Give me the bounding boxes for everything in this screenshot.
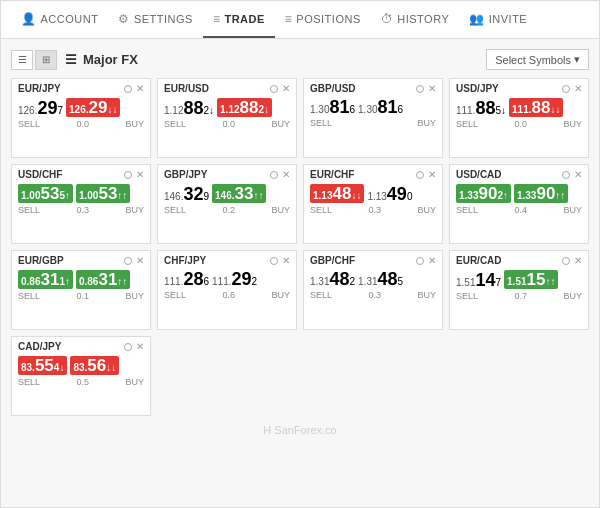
close-icon[interactable]: ✕ [282, 84, 290, 94]
buy-label: BUY [417, 205, 436, 215]
pair-controls: ✕ [416, 84, 436, 94]
price-frac: ↑↑ [117, 190, 127, 201]
pair-header: GBP/CHF ✕ [310, 255, 436, 266]
pair-card: EUR/GBP ✕ 0.86311↑ 0.8631↑↑ SELL 0.1 BUY [11, 250, 151, 330]
nav-settings[interactable]: ⚙ SETTINGS [108, 1, 203, 38]
price-prefix: 1.00 [79, 190, 98, 201]
price-prefix: 111. [212, 276, 231, 287]
highlighted-price: 111.88↓↓ [509, 98, 563, 117]
spread-value: 0.0 [515, 119, 528, 129]
pair-name: EUR/CAD [456, 255, 502, 266]
close-icon[interactable]: ✕ [136, 342, 144, 352]
sell-label: SELL [164, 119, 186, 129]
price-prefix: 1.00 [21, 190, 40, 201]
list-view-button[interactable]: ☰ [11, 50, 33, 70]
price-big: 49 [387, 185, 407, 203]
price-prefix: 1.31 [310, 276, 329, 287]
pair-controls: ✕ [416, 256, 436, 266]
trade-row: SELL 0.5 BUY [18, 377, 144, 387]
price-frac: ↓↓ [550, 104, 560, 115]
nav-history-label: HISTORY [397, 13, 449, 25]
grid-view-button[interactable]: ⊞ [35, 50, 57, 70]
highlighted-price: 1.5115↑↑ [504, 270, 558, 289]
buy-label: BUY [125, 205, 144, 215]
prices-container: 1.1348↓↓ 1.13490 [310, 184, 436, 203]
sell-label: SELL [310, 290, 332, 300]
pair-controls: ✕ [270, 84, 290, 94]
close-icon[interactable]: ✕ [574, 256, 582, 266]
pair-controls: ✕ [124, 342, 144, 352]
pair-header: CAD/JPY ✕ [18, 341, 144, 352]
pair-header: USD/JPY ✕ [456, 83, 582, 94]
spread-value: 0.5 [77, 377, 90, 387]
invite-icon: 👥 [469, 12, 485, 26]
account-icon: 👤 [21, 12, 37, 26]
pair-controls: ✕ [124, 256, 144, 266]
nav-trade[interactable]: ≡ TRADE [203, 1, 275, 38]
close-icon[interactable]: ✕ [136, 256, 144, 266]
price-prefix: 1.12 [220, 104, 239, 115]
select-symbols-button[interactable]: Select Symbols ▾ [486, 49, 589, 70]
price-prefix: 83. [73, 362, 87, 373]
favorite-dot[interactable] [270, 171, 278, 179]
price-frac: 2↑ [497, 190, 508, 201]
price-frac: ↑↑ [555, 190, 565, 201]
prices-container: 111.286 111.292 [164, 270, 290, 288]
price-prefix: 111. [456, 105, 475, 116]
pair-card: CAD/JPY ✕ 83.554↓ 83.56↓↓ SELL 0.5 BUY [11, 336, 151, 416]
price-frac: 7 [496, 277, 502, 288]
favorite-dot[interactable] [124, 171, 132, 179]
close-icon[interactable]: ✕ [136, 170, 144, 180]
highlighted-price: 0.8631↑↑ [76, 270, 130, 289]
price-frac: 2↓ [204, 105, 215, 116]
sell-label: SELL [18, 291, 40, 301]
favorite-dot[interactable] [562, 171, 570, 179]
favorite-dot[interactable] [270, 257, 278, 265]
pair-name: USD/CHF [18, 169, 62, 180]
favorite-dot[interactable] [124, 85, 132, 93]
close-icon[interactable]: ✕ [428, 170, 436, 180]
close-icon[interactable]: ✕ [574, 84, 582, 94]
favorite-dot[interactable] [270, 85, 278, 93]
top-nav: 👤 ACCOUNT ⚙ SETTINGS ≡ TRADE ≡ POSITIONS… [1, 1, 599, 39]
favorite-dot[interactable] [416, 85, 424, 93]
nav-invite[interactable]: 👥 INVITE [459, 1, 537, 38]
sell-label: SELL [310, 205, 332, 215]
pair-card: USD/JPY ✕ 111.885↓ 111.88↓↓ SELL 0.0 BUY [449, 78, 589, 158]
favorite-dot[interactable] [562, 85, 570, 93]
trade-row: SELL 0.3 BUY [18, 205, 144, 215]
close-icon[interactable]: ✕ [428, 84, 436, 94]
nav-positions-label: POSITIONS [296, 13, 360, 25]
favorite-dot[interactable] [416, 171, 424, 179]
watermark: H SanForex.co [11, 424, 589, 436]
pair-name: CAD/JPY [18, 341, 61, 352]
spread-value: 0.3 [77, 205, 90, 215]
prices-container: 111.885↓ 111.88↓↓ [456, 98, 582, 117]
favorite-dot[interactable] [416, 257, 424, 265]
content-area: ☰ ⊞ ☰ Major FX Select Symbols ▾ EUR/JPY … [1, 39, 599, 507]
favorite-dot[interactable] [562, 257, 570, 265]
nav-account[interactable]: 👤 ACCOUNT [11, 1, 108, 38]
price-frac: 1↑ [59, 276, 70, 287]
price-plain: 1.30816 [310, 98, 355, 116]
close-icon[interactable]: ✕ [574, 170, 582, 180]
close-icon[interactable]: ✕ [428, 256, 436, 266]
price-frac: 2 [252, 276, 258, 287]
price-prefix: 1.51 [456, 277, 475, 288]
price-prefix: 1.30 [358, 104, 377, 115]
favorite-dot[interactable] [124, 257, 132, 265]
spread-value: 0.0 [223, 119, 236, 129]
close-icon[interactable]: ✕ [136, 84, 144, 94]
close-icon[interactable]: ✕ [282, 256, 290, 266]
price-big: 29 [232, 270, 252, 288]
price-frac: 9 [204, 191, 210, 202]
favorite-dot[interactable] [124, 343, 132, 351]
pair-header: USD/CAD ✕ [456, 169, 582, 180]
highlighted-price: 0.86311↑ [18, 270, 73, 289]
sell-label: SELL [18, 377, 40, 387]
price-frac: 5 [398, 276, 404, 287]
spread-value: 0.4 [515, 205, 528, 215]
close-icon[interactable]: ✕ [282, 170, 290, 180]
nav-history[interactable]: ⏱ HISTORY [371, 1, 460, 38]
nav-positions[interactable]: ≡ POSITIONS [275, 1, 371, 38]
